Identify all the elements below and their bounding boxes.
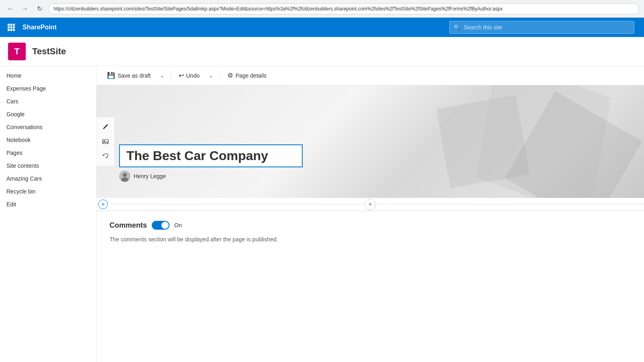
page-details-icon: ⚙ (227, 72, 233, 79)
undo-button[interactable]: ↩ Undo (175, 69, 204, 82)
add-section-plus[interactable]: + (98, 200, 108, 209)
page-title-input[interactable] (119, 144, 303, 167)
page-details-button[interactable]: ⚙ Page details (223, 69, 270, 82)
comments-section: Comments On The comments section will be… (97, 211, 644, 252)
hero-edit-button[interactable] (99, 121, 112, 134)
page-toolbar: 💾 Save as draft ⌄ ↩ Undo ⌄ ⚙ Page detail… (97, 66, 644, 85)
save-draft-chevron[interactable]: ⌄ (157, 70, 168, 81)
save-draft-button[interactable]: 💾 Save as draft (103, 69, 155, 82)
comments-note: The comments section will be displayed a… (109, 236, 631, 243)
toolbar-separator-2 (220, 72, 220, 80)
hero-undo-button[interactable] (99, 150, 112, 162)
forward-button[interactable]: → (19, 3, 31, 14)
toolbar-separator-1 (171, 72, 171, 80)
waffle-menu[interactable] (5, 21, 18, 34)
sidebar-item-google[interactable]: Google (0, 108, 96, 121)
sidebar-item-cars[interactable]: Cars (0, 95, 96, 108)
page-hero: Henry Legge (97, 85, 644, 198)
sidebar-item-recycle-bin[interactable]: Recycle bin (0, 185, 96, 198)
toggle-on-label: On (174, 222, 182, 228)
page-title-area: Henry Legge (119, 144, 303, 182)
site-search[interactable]: 🔍 Search this site (449, 21, 634, 34)
sidebar-item-expenses-page[interactable]: Expenses Page (0, 82, 96, 95)
sidebar-item-pages[interactable]: Pages (0, 146, 96, 159)
sharepoint-topbar: SharePoint 🔍 Search this site (0, 18, 644, 37)
site-name: TestSite (32, 46, 66, 57)
sidebar-item-home[interactable]: Home (0, 69, 96, 82)
svg-rect-2 (13, 24, 15, 26)
hero-image-button[interactable] (99, 135, 112, 148)
svg-rect-0 (8, 24, 10, 26)
url-text: https://citizenbuilders.sharepoint.com/s… (54, 6, 503, 12)
svg-point-12 (123, 173, 127, 177)
sidebar-item-amazing-cars[interactable]: Amazing Cars (0, 172, 96, 185)
site-logo[interactable]: T (8, 43, 26, 60)
site-header: T TestSite (0, 37, 644, 66)
back-button[interactable]: ← (5, 3, 16, 14)
content-area: 💾 Save as draft ⌄ ↩ Undo ⌄ ⚙ Page detail… (97, 66, 644, 362)
hero-tools (97, 117, 114, 166)
svg-rect-1 (10, 24, 12, 26)
author-name: Henry Legge (134, 173, 166, 179)
svg-rect-6 (8, 29, 10, 31)
reload-button[interactable]: ↻ (34, 3, 45, 14)
author-avatar (119, 171, 130, 182)
save-draft-icon: 💾 (107, 72, 115, 79)
svg-rect-4 (10, 27, 12, 29)
page-author: Henry Legge (119, 171, 303, 182)
comments-label: Comments (109, 221, 147, 230)
sidebar: Home Expenses Page Cars Google Conversat… (0, 66, 97, 362)
add-section-circle[interactable]: + (365, 199, 376, 210)
sidebar-item-site-contents[interactable]: Site contents (0, 159, 96, 172)
add-section-line (109, 204, 644, 204)
add-section-row: + + (97, 198, 644, 211)
browser-chrome: ← → ↻ https://citizenbuilders.sharepoint… (0, 0, 644, 18)
search-icon: 🔍 (454, 24, 460, 31)
search-placeholder: Search this site (464, 24, 502, 31)
sharepoint-logo[interactable]: SharePoint (23, 24, 56, 31)
comments-header: Comments On (109, 221, 631, 230)
comments-toggle[interactable] (152, 221, 169, 230)
sidebar-item-conversations[interactable]: Conversations (0, 121, 96, 134)
sidebar-item-notebook[interactable]: Notebook (0, 134, 96, 146)
svg-rect-7 (10, 29, 12, 31)
toggle-knob (161, 222, 169, 229)
main-layout: Home Expenses Page Cars Google Conversat… (0, 66, 644, 362)
undo-icon: ↩ (179, 72, 184, 79)
sidebar-item-edit[interactable]: Edit (0, 198, 96, 211)
undo-chevron[interactable]: ⌄ (205, 70, 217, 81)
svg-rect-3 (8, 27, 10, 29)
svg-rect-8 (13, 29, 15, 31)
svg-rect-5 (13, 27, 15, 29)
address-bar[interactable]: https://citizenbuilders.sharepoint.com/s… (48, 3, 639, 14)
